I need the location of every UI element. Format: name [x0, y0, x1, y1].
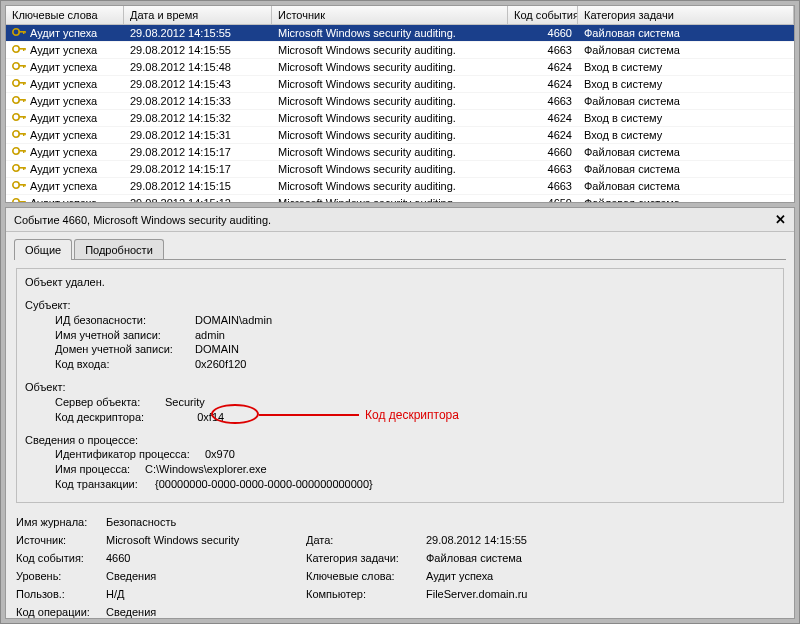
cell-datetime: 29.08.2012 14:15:12: [124, 196, 272, 202]
table-row[interactable]: Аудит успеха29.08.2012 14:15:17Microsoft…: [6, 144, 794, 161]
cell-task: Файловая система: [578, 43, 794, 57]
cell-source: Microsoft Windows security auditing.: [272, 128, 508, 142]
cell-keywords: Аудит успеха: [30, 61, 97, 73]
table-row[interactable]: Аудит успеха29.08.2012 14:15:15Microsoft…: [6, 178, 794, 195]
key-icon: [12, 146, 26, 156]
cell-keywords: Аудит успеха: [30, 112, 97, 124]
object-handle-label: Код дескриптора:: [55, 411, 144, 423]
table-row[interactable]: Аудит успеха29.08.2012 14:15:55Microsoft…: [6, 42, 794, 59]
meta-source-value: Microsoft Windows security: [106, 534, 306, 546]
event-detail-body[interactable]: Объект удален. Субъект: ИД безопасности:…: [6, 260, 794, 618]
table-row[interactable]: Аудит успеха29.08.2012 14:15:17Microsoft…: [6, 161, 794, 178]
svg-rect-39: [25, 184, 26, 186]
svg-rect-30: [23, 150, 24, 153]
subject-logonid-label: Код входа:: [55, 357, 195, 372]
cell-task: Файловая система: [578, 162, 794, 176]
cell-datetime: 29.08.2012 14:15:32: [124, 111, 272, 125]
table-row[interactable]: Аудит успеха29.08.2012 14:15:31Microsoft…: [6, 127, 794, 144]
cell-source: Microsoft Windows security auditing.: [272, 43, 508, 57]
col-header-task[interactable]: Категория задачи: [578, 6, 794, 24]
cell-code: 4663: [508, 43, 578, 57]
cell-task: Файловая система: [578, 145, 794, 159]
cell-task: Вход в систему: [578, 128, 794, 142]
meta-opcode-label: Код операции:: [16, 606, 106, 618]
subject-sid-label: ИД безопасности:: [55, 313, 195, 328]
object-section-label: Объект:: [25, 380, 775, 395]
handle-row: Код дескриптора: 0xf14 Код дескриптора: [55, 410, 224, 425]
svg-point-0: [13, 29, 19, 35]
meta-user-value: Н/Д: [106, 588, 306, 600]
close-icon[interactable]: ✕: [775, 212, 786, 227]
object-server-label: Сервер объекта:: [55, 395, 165, 410]
cell-task: Вход в систему: [578, 111, 794, 125]
cell-keywords: Аудит успеха: [30, 129, 97, 141]
cell-source: Microsoft Windows security auditing.: [272, 162, 508, 176]
table-row[interactable]: Аудит успеха29.08.2012 14:15:33Microsoft…: [6, 93, 794, 110]
process-id-value: 0x970: [205, 447, 235, 462]
svg-rect-15: [25, 82, 26, 84]
table-row[interactable]: Аудит успеха29.08.2012 14:15:43Microsoft…: [6, 76, 794, 93]
svg-point-12: [13, 80, 19, 86]
meta-keywords-value: Аудит успеха: [426, 570, 493, 582]
cell-source: Microsoft Windows security auditing.: [272, 94, 508, 108]
process-section-label: Сведения о процессе:: [25, 433, 775, 448]
cell-code: 4624: [508, 60, 578, 74]
subject-sid-value: DOMAIN\admin: [195, 313, 272, 328]
tab-details[interactable]: Подробности: [74, 239, 164, 260]
event-list-panel: Ключевые слова Дата и время Источник Код…: [5, 5, 795, 203]
meta-computer-value: FileServer.domain.ru: [426, 588, 528, 600]
col-header-datetime[interactable]: Дата и время: [124, 6, 272, 24]
svg-point-28: [13, 148, 19, 154]
tab-general[interactable]: Общие: [14, 239, 72, 260]
event-list-body[interactable]: Аудит успеха29.08.2012 14:15:55Microsoft…: [6, 25, 794, 202]
event-message-heading: Объект удален.: [25, 275, 775, 290]
process-name-label: Имя процесса:: [55, 462, 145, 477]
meta-eventid-value: 4660: [106, 552, 306, 564]
key-icon: [12, 163, 26, 173]
col-header-code[interactable]: Код события: [508, 6, 578, 24]
col-header-source[interactable]: Источник: [272, 6, 508, 24]
subject-domain-value: DOMAIN: [195, 342, 239, 357]
svg-rect-18: [23, 99, 24, 102]
cell-code: 4660: [508, 26, 578, 40]
meta-task-value: Файловая система: [426, 552, 522, 564]
svg-rect-35: [25, 167, 26, 169]
svg-rect-34: [23, 167, 24, 170]
cell-datetime: 29.08.2012 14:15:33: [124, 94, 272, 108]
table-row[interactable]: Аудит успеха29.08.2012 14:15:12Microsoft…: [6, 195, 794, 202]
meta-level-value: Сведения: [106, 570, 306, 582]
cell-source: Microsoft Windows security auditing.: [272, 196, 508, 202]
cell-source: Microsoft Windows security auditing.: [272, 77, 508, 91]
svg-rect-27: [25, 133, 26, 135]
svg-point-16: [13, 97, 19, 103]
annotation-oval: [211, 404, 259, 424]
event-detail-tabs: Общие Подробности: [6, 232, 794, 259]
svg-point-8: [13, 63, 19, 69]
svg-rect-3: [25, 31, 26, 33]
cell-datetime: 29.08.2012 14:15:17: [124, 145, 272, 159]
table-row[interactable]: Аудит успеха29.08.2012 14:15:32Microsoft…: [6, 110, 794, 127]
meta-date-label: Дата:: [306, 534, 426, 546]
object-server-value: Security: [165, 395, 205, 410]
svg-rect-14: [23, 82, 24, 85]
key-icon: [12, 95, 26, 105]
svg-rect-43: [25, 201, 26, 202]
svg-rect-11: [25, 65, 26, 67]
cell-task: Файловая система: [578, 196, 794, 202]
table-row[interactable]: Аудит успеха29.08.2012 14:15:48Microsoft…: [6, 59, 794, 76]
table-row[interactable]: Аудит успеха29.08.2012 14:15:55Microsoft…: [6, 25, 794, 42]
cell-task: Вход в систему: [578, 60, 794, 74]
col-header-keywords[interactable]: Ключевые слова: [6, 6, 124, 24]
meta-source-label: Источник:: [16, 534, 106, 546]
svg-point-20: [13, 114, 19, 120]
meta-opcode-value: Сведения: [106, 606, 306, 618]
svg-point-24: [13, 131, 19, 137]
key-icon: [12, 180, 26, 190]
svg-rect-42: [23, 201, 24, 202]
svg-point-36: [13, 182, 19, 188]
meta-eventid-label: Код события:: [16, 552, 106, 564]
meta-computer-label: Компьютер:: [306, 588, 426, 600]
svg-point-40: [13, 199, 19, 202]
cell-code: 4663: [508, 162, 578, 176]
cell-code: 4624: [508, 77, 578, 91]
